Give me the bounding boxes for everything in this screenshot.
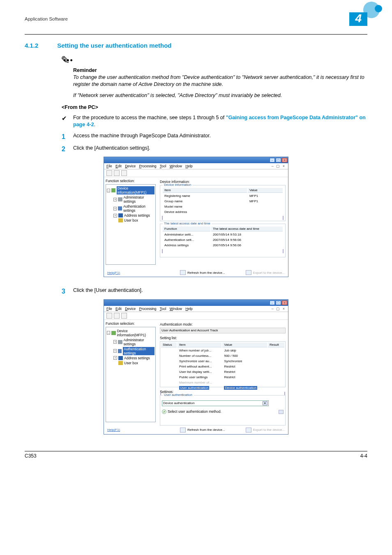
expand-icon[interactable]: + xyxy=(113,349,117,353)
menu-device[interactable]: Device xyxy=(125,164,136,168)
expand-icon[interactable]: + xyxy=(113,356,117,360)
maximize-icon[interactable]: ▢ xyxy=(276,301,281,305)
refresh-button[interactable]: Refresh from the device... xyxy=(180,428,225,432)
expand-icon[interactable]: + xyxy=(113,198,117,201)
function-tree[interactable]: –Device information(MFP1) +Administrator… xyxy=(106,327,156,422)
menu-proc[interactable]: Processing xyxy=(139,164,156,168)
expand-icon[interactable]: + xyxy=(113,214,117,217)
g1-h-value[interactable]: Value xyxy=(248,188,283,193)
tree-root[interactable]: Device information(MFP1) xyxy=(117,329,154,337)
g1-r2-v: MFP1 xyxy=(248,199,283,204)
auth-icon xyxy=(118,349,122,353)
mdi-buttons[interactable]: – ▢ × xyxy=(272,307,286,311)
menu-device[interactable]: Device xyxy=(125,307,136,311)
tree-addr[interactable]: Address settings xyxy=(124,213,150,217)
toolbar-btn-2[interactable] xyxy=(114,313,120,319)
toolbar xyxy=(104,312,288,320)
tbl-r1-i: When number of job... xyxy=(178,348,221,353)
chevron-down-icon[interactable]: ▾ xyxy=(263,401,267,405)
tbl-h-status[interactable]: Status xyxy=(161,342,177,347)
menu-edit[interactable]: Edit xyxy=(115,164,122,168)
help-link[interactable]: Help(F1) xyxy=(107,271,120,275)
section-number: 4.1.2 xyxy=(25,42,55,49)
g2-r2-t: 2007/05/14 9:56:06 xyxy=(211,238,283,242)
scroll-right-icon[interactable] xyxy=(283,249,284,253)
refresh-button[interactable]: Refresh from the device... xyxy=(180,270,225,275)
menu-proc[interactable]: Processing xyxy=(139,307,156,311)
toolbar-btn-3[interactable] xyxy=(121,313,127,319)
tbl-h-result[interactable]: Result xyxy=(268,342,284,347)
reminder-para-2: If "Network server authentication" is se… xyxy=(73,92,367,99)
user-auth-select[interactable]: Device authentication ▾ xyxy=(162,400,269,406)
step-2-num: 2 xyxy=(62,145,73,154)
tbl-r2-i: Number of countess... xyxy=(178,354,221,358)
menu-help[interactable]: Help xyxy=(185,164,192,168)
bullet-text-post: . xyxy=(94,122,95,127)
tree-root[interactable]: Device information(MFP1) xyxy=(117,186,154,194)
screenshot-1: – ▢ × File Edit Device Processing Tool W… xyxy=(104,157,288,277)
tbl-r4-v: Restrict xyxy=(222,364,267,369)
tree-userbox[interactable]: User box xyxy=(124,361,138,365)
close-icon[interactable]: × xyxy=(282,158,287,162)
menu-window[interactable]: Window xyxy=(170,164,182,168)
tree-admin[interactable]: Administrator settings xyxy=(124,195,154,204)
reminder-label: Reminder xyxy=(73,67,367,73)
menu-tool[interactable]: Tool xyxy=(160,164,166,168)
menu-file[interactable]: File xyxy=(106,164,112,168)
menu-edit[interactable]: Edit xyxy=(115,307,122,311)
menu-window[interactable]: Window xyxy=(170,307,182,311)
tree-addr[interactable]: Address settings xyxy=(124,356,150,360)
help-link[interactable]: Help(F1) xyxy=(107,428,120,432)
menu-tool[interactable]: Tool xyxy=(160,307,166,311)
expand-icon[interactable]: + xyxy=(113,207,117,210)
step-3-text: Click the [User authentication]. xyxy=(73,287,143,296)
tbl-r7-v xyxy=(222,380,267,385)
setting-list-label: Setting list: xyxy=(160,336,286,340)
collapse-icon[interactable]: – xyxy=(107,331,110,335)
user-auth-group-label: User authentication xyxy=(163,393,194,397)
g2-h-f[interactable]: Function xyxy=(163,227,210,231)
expand-icon[interactable]: + xyxy=(113,340,117,344)
function-tree[interactable]: –Device information(MFP1) +Administrator… xyxy=(106,184,156,265)
scroll-right-icon[interactable] xyxy=(283,216,284,220)
section-title: Setting the user authentication method xyxy=(57,42,171,49)
breadcrumb: Application Software xyxy=(25,16,68,21)
toolbar-btn-1[interactable] xyxy=(106,313,112,319)
toolbar-btn-1[interactable] xyxy=(106,170,112,176)
tbl-r2-v: 500 / 500 xyxy=(222,354,267,358)
tbl-hl-i[interactable]: User authentication xyxy=(179,386,209,390)
bullet-text-pre: For the procedure to access the machine,… xyxy=(73,115,226,120)
function-selection-label: Function selection: xyxy=(106,321,156,326)
tree-admin[interactable]: Administrator settings xyxy=(124,338,154,346)
hint-text: Select user authentication method. xyxy=(168,409,221,414)
tbl-hl-v[interactable]: Device authentication xyxy=(224,386,257,390)
tbl-h-item[interactable]: Item xyxy=(178,342,221,347)
maximize-icon[interactable]: ▢ xyxy=(276,158,281,162)
function-selection-label: Function selection: xyxy=(106,179,156,183)
tree-auth[interactable]: Authentication settings xyxy=(123,204,154,213)
collapse-icon[interactable]: – xyxy=(107,189,110,192)
mdi-buttons[interactable]: – ▢ × xyxy=(272,164,286,168)
g2-h-t[interactable]: The latest access date and time xyxy=(211,227,283,231)
menu-file[interactable]: File xyxy=(106,307,112,311)
from-pc-subhead: <From the PC> xyxy=(62,104,367,110)
toolbar-btn-2[interactable] xyxy=(114,170,120,176)
tbl-h-value[interactable]: Value xyxy=(222,342,267,347)
tbl-r3-v: Synchronize xyxy=(222,359,267,363)
export-icon xyxy=(246,270,251,275)
titlebar: – ▢ × xyxy=(104,157,288,163)
g1-h-item[interactable]: Item xyxy=(163,188,247,193)
menu-help[interactable]: Help xyxy=(185,307,192,311)
scroll-down-icon[interactable] xyxy=(279,410,284,414)
titlebar: – ▢ × xyxy=(104,300,288,306)
tree-userbox[interactable]: User box xyxy=(124,218,138,222)
minimize-icon[interactable]: – xyxy=(270,158,275,162)
check-icon: ✔ xyxy=(62,114,73,128)
tree-auth[interactable]: Authentication settings xyxy=(123,347,154,355)
close-icon[interactable]: × xyxy=(282,301,287,305)
reminder-block: ✎••• Reminder To change the user authent… xyxy=(62,56,367,99)
toolbar-btn-3[interactable] xyxy=(121,170,127,176)
admin-icon xyxy=(118,197,122,201)
menu-bar: File Edit Device Processing Tool Window … xyxy=(106,307,195,311)
minimize-icon[interactable]: – xyxy=(270,301,275,305)
